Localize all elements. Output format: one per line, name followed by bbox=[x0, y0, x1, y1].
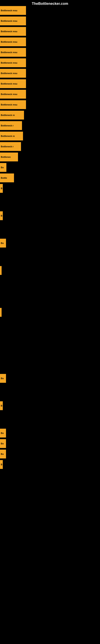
bottleneck-bar-label: Bottleneck re bbox=[1, 114, 15, 116]
bottleneck-bar bbox=[0, 266, 1, 275]
bottleneck-bar-label: Bo bbox=[1, 166, 4, 169]
bottleneck-bar: Bo bbox=[0, 429, 6, 438]
bottleneck-bar bbox=[0, 308, 1, 317]
bottleneck-bar: Bottleneck resu bbox=[0, 27, 26, 36]
bottleneck-bar: Bottleneck resu bbox=[0, 6, 26, 15]
bottleneck-bar-label: Bo bbox=[1, 453, 4, 455]
bottleneck-bar-label: B bbox=[1, 187, 2, 190]
bottleneck-bar: Bottleneck resu bbox=[0, 16, 26, 25]
bottleneck-bar-label: Bottleneck resu bbox=[1, 51, 17, 54]
bottleneck-bar: Bottle bbox=[0, 174, 14, 182]
bottleneck-bar: B bbox=[0, 184, 3, 193]
bottleneck-bar-label: Bo bbox=[1, 432, 4, 434]
bottleneck-bar-label: Bottleneck resu bbox=[1, 20, 17, 22]
bottleneck-bar-label: Bottleneck resu bbox=[1, 104, 17, 106]
bottleneck-bar-label: Bottleneck resu bbox=[1, 41, 17, 43]
bottleneck-bar: Bo bbox=[0, 374, 6, 383]
bottleneck-bar: Bottleneck r bbox=[0, 121, 22, 130]
bottleneck-bar-label: Bottleneck resu bbox=[1, 72, 17, 74]
bottleneck-bar: Bottleneck resu bbox=[0, 100, 26, 109]
bottleneck-bar-label: B bbox=[1, 463, 2, 466]
bottleneck-bar: Bottleneck resu bbox=[0, 69, 26, 78]
bottleneck-bar: Bottleneck resu bbox=[0, 38, 26, 46]
bottleneck-bar-label: Bottleneck resu bbox=[1, 9, 17, 12]
bottleneck-bar-label: Bottleneck r bbox=[1, 124, 14, 127]
bottleneck-bar: Bottlenec bbox=[0, 152, 18, 162]
bottleneck-bar-label: Bo bbox=[1, 377, 4, 380]
bottleneck-bar-label: Bottleneck re bbox=[1, 135, 15, 137]
bottleneck-bar: Bo bbox=[0, 439, 6, 448]
bottleneck-bar: Bottleneck resu bbox=[0, 79, 26, 88]
bottleneck-bar: Bottleneck re bbox=[0, 111, 24, 120]
bottleneck-bar: Bottleneck r bbox=[0, 142, 21, 151]
bottleneck-bar: Bottleneck resu bbox=[0, 90, 26, 98]
bottleneck-bar-label: Bottleneck resu bbox=[1, 62, 17, 64]
bottleneck-bar-label: Bo bbox=[1, 442, 4, 445]
bottleneck-bar-label: Bottleneck resu bbox=[1, 30, 17, 32]
bottleneck-bar: Bottleneck resu bbox=[0, 48, 26, 57]
bottleneck-bar: Bo bbox=[0, 450, 6, 458]
bottleneck-bar: Bo bbox=[0, 163, 6, 172]
bottleneck-bar-label: Bottlenec bbox=[1, 156, 11, 158]
bottleneck-bar-label: B bbox=[1, 214, 2, 217]
bottleneck-bar: Bo bbox=[0, 239, 6, 248]
bottleneck-bar: B bbox=[0, 460, 3, 469]
bottleneck-bar-label: Bottleneck resu bbox=[1, 82, 17, 85]
bottleneck-bar-label: B bbox=[1, 404, 2, 407]
bottleneck-bar-label: Bo bbox=[1, 242, 4, 244]
bottleneck-bar: B bbox=[0, 211, 3, 220]
bottleneck-bar-label: Bottle bbox=[1, 177, 7, 179]
bottleneck-bar: B bbox=[0, 401, 3, 410]
bottleneck-bar: Bottleneck resu bbox=[0, 58, 26, 67]
bottleneck-bar: Bottleneck re bbox=[0, 132, 23, 140]
bottleneck-bar-label: Bottleneck r bbox=[1, 145, 14, 148]
bottleneck-bar-label: Bottleneck resu bbox=[1, 93, 17, 96]
